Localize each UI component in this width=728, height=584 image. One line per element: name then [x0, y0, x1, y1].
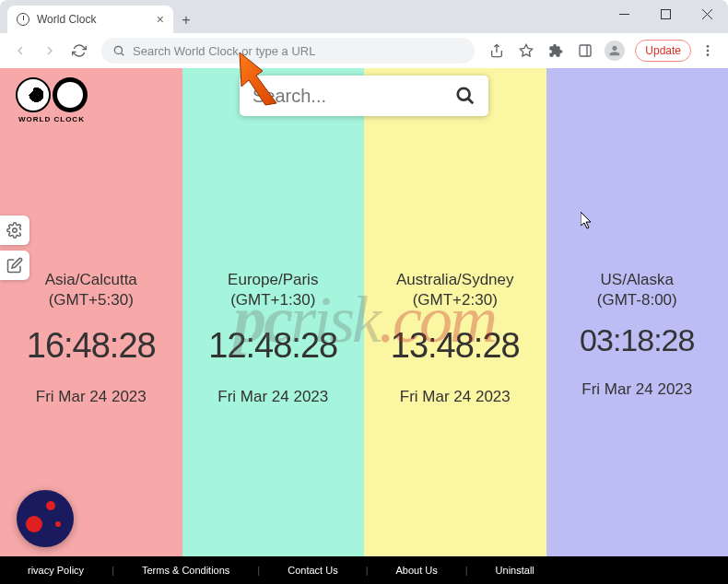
close-tab-icon[interactable]: × [157, 13, 164, 26]
settings-side-tab[interactable] [0, 216, 29, 245]
time-display: 03:18:28 [580, 322, 694, 358]
clock-column-2: Australia/Sydney (GMT+2:30) 13:48:28 Fri… [364, 68, 546, 556]
date-display: Fri Mar 24 2023 [36, 388, 147, 406]
world-clock-logo: WORLD CLOCK [11, 77, 92, 123]
minimize-button[interactable] [604, 0, 645, 28]
logo-text: WORLD CLOCK [18, 115, 85, 123]
zone-label: Europe/Paris [228, 271, 318, 289]
globe-icon [16, 77, 51, 112]
clock-column-0: Asia/Calcutta (GMT+5:30) 16:48:28 Fri Ma… [0, 68, 182, 556]
gmt-offset: (GMT-8:00) [597, 291, 677, 310]
clock-icon [53, 77, 88, 112]
bookmark-star-icon[interactable] [513, 38, 539, 64]
close-window-button[interactable] [687, 0, 728, 28]
clock-column-3: US/Alaska (GMT-8:00) 03:18:28 Fri Mar 24… [546, 68, 729, 556]
tab-favicon-clock-icon [17, 13, 29, 26]
taskbar-orb-icon[interactable] [17, 490, 74, 547]
gmt-offset: (GMT+1:30) [230, 291, 315, 310]
page-footer: rivacy Policy | Terms & Conditions | Con… [0, 556, 728, 584]
share-icon[interactable] [484, 38, 510, 64]
footer-link-about[interactable]: About Us [396, 565, 438, 576]
svg-rect-3 [580, 45, 591, 56]
sidepanel-icon[interactable] [572, 38, 598, 64]
update-button[interactable]: Update [635, 40, 691, 62]
svg-marker-2 [521, 44, 533, 56]
search-icon[interactable] [455, 86, 476, 106]
browser-tab[interactable]: World Clock × [7, 6, 173, 33]
date-display: Fri Mar 24 2023 [400, 388, 511, 406]
browser-toolbar: Search World Clock or type a URL Update [0, 33, 728, 68]
clock-column-1: Europe/Paris (GMT+1:30) 12:48:28 Fri Mar… [182, 68, 365, 556]
svg-point-6 [707, 50, 710, 53]
svg-rect-0 [662, 9, 671, 18]
footer-link-terms[interactable]: Terms & Conditions [142, 565, 229, 576]
date-display: Fri Mar 24 2023 [217, 388, 328, 406]
footer-link-contact[interactable]: Contact Us [288, 565, 337, 576]
svg-point-7 [707, 53, 710, 56]
svg-point-5 [707, 45, 710, 48]
mouse-cursor-icon [581, 212, 595, 230]
gear-icon [6, 222, 23, 239]
date-display: Fri Mar 24 2023 [581, 380, 692, 399]
svg-point-8 [458, 88, 470, 100]
back-button[interactable] [7, 38, 33, 64]
forward-button[interactable] [37, 38, 63, 64]
annotation-arrow-icon [230, 48, 295, 112]
maximize-button[interactable] [645, 0, 687, 28]
time-display: 16:48:28 [27, 326, 156, 366]
zone-label: Australia/Sydney [396, 271, 514, 289]
zone-label: Asia/Calcutta [45, 271, 137, 289]
profile-avatar[interactable] [602, 38, 628, 64]
search-icon [112, 44, 125, 57]
reload-button[interactable] [66, 38, 92, 64]
svg-point-9 [13, 228, 18, 233]
time-display: 13:48:28 [391, 326, 520, 366]
zone-label: US/Alaska [601, 271, 674, 289]
omnibox-placeholder: Search World Clock or type a URL [133, 44, 464, 58]
menu-icon[interactable] [695, 38, 721, 64]
extensions-icon[interactable] [543, 38, 569, 64]
page-content: Asia/Calcutta (GMT+5:30) 16:48:28 Fri Ma… [0, 68, 728, 556]
time-display: 12:48:28 [208, 326, 337, 366]
side-tabs [0, 216, 29, 280]
gmt-offset: (GMT+5:30) [49, 291, 134, 310]
footer-link-uninstall[interactable]: Uninstall [496, 565, 534, 576]
tab-title: World Clock [37, 13, 96, 26]
window-controls [604, 0, 728, 33]
gmt-offset: (GMT+2:30) [413, 291, 498, 310]
new-tab-button[interactable]: + [173, 7, 199, 33]
edit-side-tab[interactable] [0, 251, 29, 280]
edit-icon [6, 257, 23, 274]
svg-point-1 [114, 46, 122, 53]
footer-link-privacy[interactable]: rivacy Policy [28, 565, 84, 576]
titlebar: World Clock × + [0, 0, 728, 33]
